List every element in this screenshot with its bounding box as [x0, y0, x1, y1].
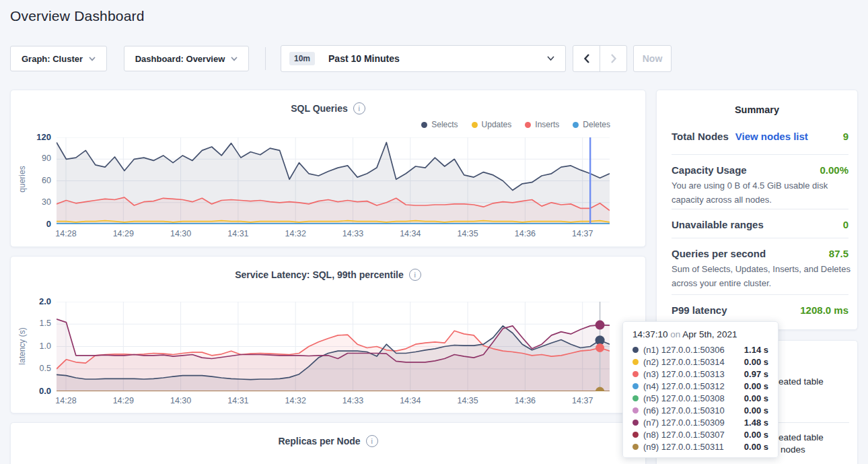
y-tick-label: 30 [42, 197, 51, 207]
total-nodes-value: 9 [843, 131, 848, 142]
dashboard-dropdown-label: Dashboard: Overview [135, 54, 225, 64]
legend-item-inserts: Inserts [525, 120, 559, 129]
tooltip-row: (n6) 127.0.0.1:503100.00 s [632, 404, 768, 416]
y-tick-label: 90 [42, 154, 51, 163]
legend-dot-icon [421, 122, 427, 128]
series-dot-icon [632, 444, 639, 450]
tooltip-row: (n5) 127.0.0.1:503080.00 s [632, 392, 768, 404]
time-range-badge: 10m [289, 52, 315, 65]
x-tick-label: 14:34 [390, 229, 431, 238]
qps-desc: Sum of Selects, Updates, Inserts, and De… [672, 263, 852, 291]
replicas-per-node-chart-card: Replicas per Node i [10, 422, 646, 464]
x-tick-label: 14:32 [275, 229, 316, 238]
sql-queries-chart-title: SQL Queries i [11, 102, 645, 114]
x-tick-label: 14:37 [563, 396, 603, 405]
tooltip-node-label: (n3) 127.0.0.1:50313 [643, 369, 725, 379]
series-dot-icon [632, 432, 639, 438]
summary-title: Summary [657, 104, 857, 115]
graph-dropdown[interactable]: Graph: Cluster [10, 46, 107, 71]
summary-unavailable-row: Unavailable ranges 0 [672, 219, 848, 230]
overview-dashboard-page: Overview Dashboard Graph: Cluster Dashbo… [0, 0, 868, 464]
x-tick-label: 14:37 [563, 229, 603, 238]
qps-value: 87.5 [829, 248, 848, 259]
y-tick-label: 1.5 [40, 319, 51, 328]
tooltip-node-value: 0.00 s [744, 442, 768, 452]
time-range-label: Past 10 Minutes [328, 53, 400, 64]
tooltip-node-value: 1.14 s [744, 345, 768, 355]
legend-dot-icon [472, 122, 478, 128]
sql-queries-chart-card: SQL Queries i SelectsUpdatesInsertsDelet… [10, 90, 646, 247]
tooltip-node-label: (n8) 127.0.0.1:50307 [643, 430, 725, 440]
tooltip-node-label: (n2) 127.0.0.1:50314 [643, 357, 725, 367]
series-dot-icon [632, 359, 639, 365]
x-tick-label: 14:33 [333, 229, 373, 238]
x-tick-label: 14:31 [218, 229, 258, 238]
x-tick-label: 14:35 [447, 396, 488, 405]
time-prev-button[interactable] [573, 46, 600, 71]
tooltip-node-value: 0.97 s [744, 369, 768, 379]
capacity-value: 0.00% [820, 164, 848, 176]
x-tick-label: 14:32 [275, 396, 316, 405]
chart-hover-tooltip: 14:37:10 on Apr 5th, 2021 (n1) 127.0.0.1… [622, 321, 779, 458]
x-tick-label: 14:28 [46, 229, 86, 238]
legend-label: Inserts [535, 120, 559, 129]
tooltip-row: (n1) 127.0.0.1:503061.14 s [632, 343, 768, 356]
chevron-left-icon [583, 53, 590, 64]
x-tick-label: 14:35 [447, 229, 488, 238]
legend-label: Deletes [583, 120, 610, 129]
event-item-fragment: eated table [779, 376, 824, 387]
info-icon[interactable]: i [353, 102, 365, 114]
view-nodes-list-link[interactable]: View nodes list [735, 131, 808, 142]
y-axis-ticks: 0.00.51.01.52.0 [11, 302, 51, 391]
y-tick-label: 0.0 [39, 386, 51, 396]
legend-item-deletes: Deletes [573, 120, 610, 129]
tooltip-node-label: (n4) 127.0.0.1:50312 [643, 381, 725, 391]
series-dot-icon [632, 383, 639, 389]
series-dot-icon [632, 407, 639, 413]
divider [672, 154, 848, 155]
info-icon[interactable]: i [409, 269, 421, 281]
x-tick-label: 14:30 [161, 396, 201, 405]
x-tick-label: 14:30 [161, 229, 201, 238]
x-axis-ticks: 14:2814:2914:3014:3114:3214:3314:3414:35… [57, 229, 610, 239]
series-dot-icon [632, 420, 639, 426]
tooltip-node-value: 0.00 s [744, 393, 768, 403]
series-dot-icon [632, 395, 639, 401]
chevron-right-icon [610, 53, 617, 64]
legend-dot-icon [525, 122, 531, 128]
chart-legend: SelectsUpdatesInsertsDeletes [421, 120, 610, 129]
tooltip-node-value: 0.00 s [744, 405, 768, 416]
tooltip-node-value: 0.00 s [744, 357, 768, 367]
x-tick-label: 14:31 [218, 396, 258, 405]
hover-dot [595, 321, 605, 330]
y-axis-ticks: 0306090120 [11, 137, 51, 224]
event-item-fragment: eated table [779, 432, 824, 442]
y-tick-label: 1.0 [40, 341, 51, 351]
x-tick-label: 14:28 [46, 396, 86, 405]
sql-queries-plot[interactable] [57, 137, 610, 224]
x-tick-label: 14:33 [333, 396, 373, 405]
capacity-desc: You are using 0 B of 4.5 GiB usable disk… [672, 179, 852, 207]
x-tick-label: 14:29 [103, 229, 143, 238]
page-title: Overview Dashboard [10, 8, 145, 24]
legend-item-updates: Updates [472, 120, 512, 129]
divider [672, 238, 848, 238]
tooltip-row: (n4) 127.0.0.1:503120.00 s [632, 380, 768, 392]
x-tick-label: 14:29 [103, 396, 143, 405]
event-item-fragment: nodes [781, 444, 805, 455]
summary-total-nodes-row: Total Nodes View nodes list 9 [672, 131, 848, 142]
now-button[interactable]: Now [633, 45, 672, 72]
unavailable-ranges-value: 0 [843, 219, 848, 230]
hover-dot [595, 343, 604, 352]
legend-item-selects: Selects [421, 120, 458, 129]
chevron-down-icon [547, 56, 554, 61]
time-range-selector[interactable]: 10m Past 10 Minutes [281, 45, 566, 72]
tooltip-node-value: 1.48 s [744, 418, 768, 428]
time-next-button[interactable] [600, 46, 626, 71]
tooltip-node-label: (n1) 127.0.0.1:50306 [643, 345, 725, 355]
summary-panel: Summary Total Nodes View nodes list 9 Ca… [656, 90, 858, 330]
tooltip-timestamp: 14:37:10 on Apr 5th, 2021 [632, 329, 768, 341]
dashboard-dropdown[interactable]: Dashboard: Overview [124, 46, 249, 71]
service-latency-plot[interactable] [57, 302, 610, 391]
info-icon[interactable]: i [366, 435, 378, 447]
